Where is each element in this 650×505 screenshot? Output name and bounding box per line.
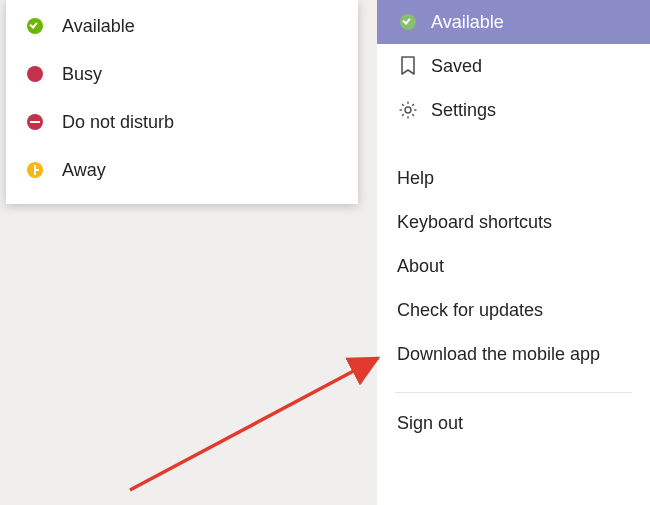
menu-item-download-mobile-app[interactable]: Download the mobile app: [377, 332, 650, 376]
menu-item-settings[interactable]: Settings: [377, 88, 650, 132]
available-icon: [26, 17, 44, 35]
svg-point-0: [405, 107, 411, 113]
menu-item-check-for-updates[interactable]: Check for updates: [377, 288, 650, 332]
busy-icon: [26, 65, 44, 83]
status-option-label: Away: [62, 160, 106, 181]
menu-item-help[interactable]: Help: [377, 156, 650, 200]
menu-label: Saved: [431, 56, 482, 77]
status-option-away[interactable]: Away: [6, 146, 358, 194]
status-label: Available: [431, 12, 504, 33]
menu-divider: [395, 392, 632, 393]
status-row-selected[interactable]: Available: [377, 0, 650, 44]
status-option-available[interactable]: Available: [6, 2, 358, 50]
status-option-busy[interactable]: Busy: [6, 50, 358, 98]
status-option-label: Busy: [62, 64, 102, 85]
menu-gap: [377, 132, 650, 156]
menu-label: About: [397, 256, 444, 277]
menu-item-saved[interactable]: Saved: [377, 44, 650, 88]
svg-line-1: [130, 358, 378, 490]
menu-label: Keyboard shortcuts: [397, 212, 552, 233]
menu-item-about[interactable]: About: [377, 244, 650, 288]
menu-item-sign-out[interactable]: Sign out: [377, 401, 650, 445]
bookmark-icon: [397, 55, 419, 77]
menu-label: Help: [397, 168, 434, 189]
status-option-label: Do not disturb: [62, 112, 174, 133]
menu-label: Download the mobile app: [397, 344, 600, 365]
status-option-do-not-disturb[interactable]: Do not disturb: [6, 98, 358, 146]
menu-item-keyboard-shortcuts[interactable]: Keyboard shortcuts: [377, 200, 650, 244]
away-icon: [26, 161, 44, 179]
gear-icon: [397, 99, 419, 121]
available-icon: [397, 11, 419, 33]
status-option-label: Available: [62, 16, 135, 37]
menu-label: Sign out: [397, 413, 463, 434]
dnd-icon: [26, 113, 44, 131]
menu-label: Settings: [431, 100, 496, 121]
status-submenu: Available Busy Do not disturb Away: [6, 0, 358, 204]
menu-label: Check for updates: [397, 300, 543, 321]
profile-menu: Available Saved Settings Help Keyboard s…: [377, 0, 650, 505]
